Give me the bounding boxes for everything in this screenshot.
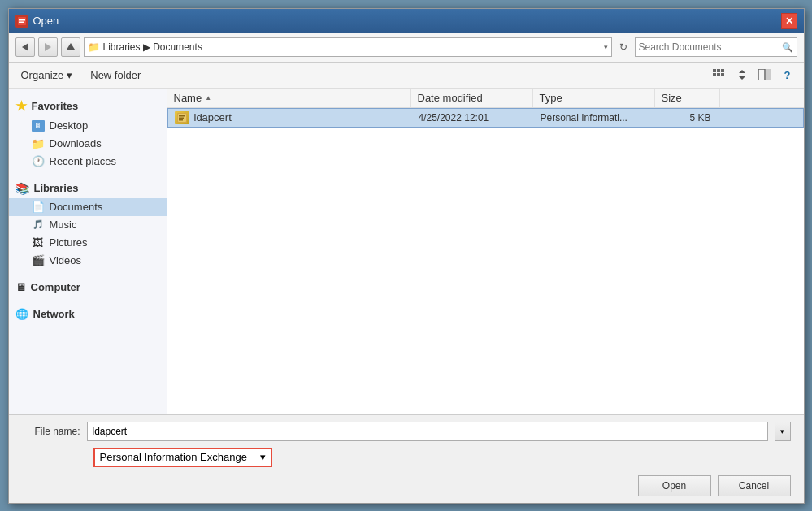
sidebar-network-header[interactable]: 🌐 Network [9,305,167,323]
table-row[interactable]: ldapcert 4/25/2022 12:01 Personal Inform… [167,108,804,128]
libraries-icon: 📚 [15,182,29,195]
dialog-title: Open [33,15,59,27]
refresh-button[interactable]: ↻ [615,39,632,55]
svg-marker-5 [67,43,75,50]
file-name-dropdown-button[interactable]: ▾ [775,422,791,441]
cancel-button[interactable]: Cancel [718,475,791,496]
up-button[interactable] [61,37,80,57]
sort-arrow: ▲ [205,94,211,102]
downloads-icon: 📁 [32,137,45,150]
sidebar: ★ Favorites 🖥 Desktop 📁 Downloads 🕐 Rec [9,89,167,414]
title-bar: Open ✕ [9,9,804,33]
videos-icon: 🎬 [32,254,45,267]
view-dropdown-button[interactable] [732,65,752,84]
svg-rect-2 [19,21,24,23]
svg-rect-8 [721,69,724,72]
svg-rect-19 [179,117,184,119]
search-icon: 🔍 [782,42,793,53]
col-header-size[interactable]: Size [655,89,720,107]
svg-rect-14 [758,69,765,80]
file-name-cell: ldapcert [168,110,412,126]
details-pane-button[interactable] [755,65,775,84]
svg-rect-6 [713,69,716,72]
file-type-cell: Personal Informati... [534,110,656,125]
sidebar-favorites-header[interactable]: ★ Favorites [9,95,167,117]
svg-rect-15 [766,69,771,80]
address-text: Libraries ▶ Documents [103,41,601,53]
open-dialog: Open ✕ 📁 Libraries ▶ Documents ▾ ↻ 🔍 Org… [8,8,805,504]
file-name-label: File name: [22,426,80,437]
svg-rect-20 [179,119,183,121]
sidebar-item-pictures[interactable]: 🖼 Pictures [9,234,167,252]
sidebar-item-documents[interactable]: 📄 Documents [9,198,167,216]
file-type-dropdown[interactable]: Personal Information Exchange ▾ [93,448,272,467]
svg-rect-9 [713,73,716,76]
file-name-input-container [87,422,768,441]
sidebar-libraries-header[interactable]: 📚 Libraries [9,179,167,198]
pictures-icon: 🖼 [32,236,45,249]
sidebar-item-downloads[interactable]: 📁 Downloads [9,135,167,153]
svg-rect-7 [717,69,720,72]
sidebar-divider-3 [9,297,167,305]
organize-button[interactable]: Organize ▾ [15,66,79,84]
sidebar-item-recent-places[interactable]: 🕐 Recent places [9,153,167,171]
star-icon: ★ [15,98,27,114]
svg-rect-10 [717,73,720,76]
back-button[interactable] [15,37,35,57]
file-name-row: File name: ▾ [22,422,791,441]
documents-icon: 📄 [32,201,45,214]
search-input[interactable] [639,41,782,53]
file-area: Name ▲ Date modified Type Size [167,89,804,414]
svg-rect-0 [18,17,26,25]
forward-button[interactable] [38,37,58,57]
app-icon [15,15,28,28]
svg-marker-4 [45,43,51,51]
action-row: Open Cancel [22,475,791,496]
open-button[interactable]: Open [638,475,711,496]
search-box: 🔍 [635,37,797,57]
toolbar-right: ? [710,65,797,84]
recent-icon: 🕐 [32,155,45,168]
svg-rect-1 [19,19,25,21]
view-toggle-button[interactable] [710,65,729,84]
sidebar-divider-1 [9,171,167,179]
svg-rect-11 [721,73,724,76]
sidebar-item-videos[interactable]: 🎬 Videos [9,252,167,270]
sidebar-item-music[interactable]: 🎵 Music [9,216,167,234]
column-headers: Name ▲ Date modified Type Size [167,89,804,108]
svg-marker-3 [22,43,28,51]
nav-bar: 📁 Libraries ▶ Documents ▾ ↻ 🔍 [9,33,804,63]
sidebar-divider-2 [9,270,167,278]
col-header-name[interactable]: Name ▲ [167,89,411,107]
bottom-bar: File name: ▾ Personal Information Exchan… [9,414,804,503]
svg-rect-18 [179,115,185,117]
desktop-icon: 🖥 [32,119,45,132]
address-bar[interactable]: 📁 Libraries ▶ Documents ▾ [84,37,612,57]
sidebar-item-desktop[interactable]: 🖥 Desktop [9,117,167,135]
network-icon: 🌐 [15,308,28,320]
toolbar: Organize ▾ New folder [9,63,804,89]
address-folder-icon: 📁 [88,41,100,53]
main-content: ★ Favorites 🖥 Desktop 📁 Downloads 🕐 Rec [9,89,804,414]
title-bar-left: Open [15,15,59,28]
col-header-date[interactable]: Date modified [411,89,533,107]
help-button[interactable]: ? [778,65,797,84]
new-folder-button[interactable]: New folder [85,66,146,84]
pfx-file-icon [175,111,189,124]
music-icon: 🎵 [32,219,45,232]
col-header-type[interactable]: Type [533,89,655,107]
address-dropdown-arrow[interactable]: ▾ [604,43,608,51]
svg-marker-12 [739,70,745,73]
file-name-field[interactable] [93,426,762,437]
sidebar-computer-header[interactable]: 🖥 Computer [9,278,167,297]
computer-icon: 🖥 [15,281,26,293]
close-button[interactable]: ✕ [781,13,797,29]
file-size-cell: 5 KB [656,110,721,125]
file-date-cell: 4/25/2022 12:01 [412,110,534,125]
svg-marker-13 [739,76,745,80]
file-type-row: Personal Information Exchange ▾ [22,448,791,467]
file-list: ldapcert 4/25/2022 12:01 Personal Inform… [167,108,804,414]
